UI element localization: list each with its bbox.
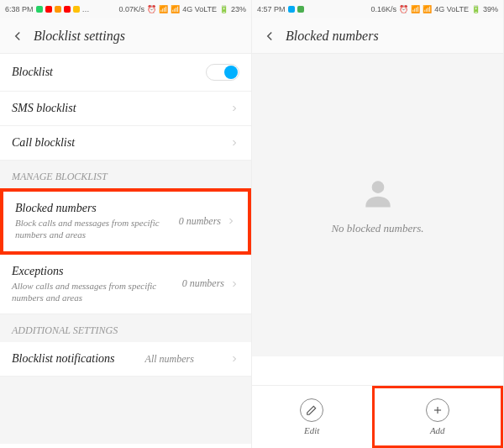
edit-button[interactable]: Edit [252,386,372,448]
person-icon [360,175,396,212]
blocked-numbers-sub: Block calls and messages from specific n… [15,217,179,241]
notifications-value: All numbers [145,353,194,366]
exceptions-row[interactable]: Exceptions Allow calls and messages from… [0,255,251,315]
screen-blocked-numbers: 4:57 PM 0.16K/s ⏰ 📶 📶 4G VoLTE 🔋 39% Blo… [252,0,504,448]
call-blocklist-label: Call blocklist [12,136,75,150]
exceptions-value: 0 numbers [182,277,224,290]
app-icon-2 [73,6,80,13]
exceptions-sub: Allow calls and messages from specific n… [12,280,182,304]
blocked-numbers-row[interactable]: Blocked numbers Block calls and messages… [0,188,251,255]
page-title: Blocklist settings [34,29,125,44]
status-network: 4G VoLTE [182,5,217,13]
status-bar: 4:57 PM 0.16K/s ⏰ 📶 📶 4G VoLTE 🔋 39% [252,0,503,18]
wifi-icon: 📶 [411,5,420,13]
back-icon[interactable] [262,29,277,44]
battery-icon: 🔋 [219,5,228,13]
alarm-icon: ⏰ [399,5,408,13]
chevron-right-icon [229,354,239,364]
blocklist-toggle[interactable] [206,64,239,81]
svg-point-0 [371,181,384,193]
page-title: Blocked numbers [286,29,379,44]
app-icon [288,6,295,13]
sms-blocklist-label: SMS blocklist [12,102,76,115]
edit-icon [300,398,323,422]
app-icon [55,6,61,13]
call-blocklist-row[interactable]: Call blocklist [0,126,251,161]
screen-blocklist-settings: 6:38 PM … 0.07K/s ⏰ 📶 📶 4G VoLTE 🔋 23% B… [0,0,252,448]
header: Blocked numbers [252,18,503,54]
notifications-title: Blocklist notifications [12,352,115,366]
youtube-icon [45,6,52,13]
signal-icon: 📶 [171,5,180,13]
status-network: 4G VoLTE [434,5,469,13]
section-additional-settings: ADDITIONAL SETTINGS [0,314,251,342]
blocklist-label: Blocklist [12,66,53,79]
exceptions-title: Exceptions [12,265,182,278]
edit-label: Edit [304,425,319,435]
spacer [0,377,251,444]
status-battery: 23% [231,5,246,13]
back-icon[interactable] [10,29,25,44]
youtube-icon-2 [64,6,71,13]
status-speed: 0.07K/s [119,5,145,13]
whatsapp-icon [36,6,43,13]
signal-icon: 📶 [423,5,432,13]
chevron-right-icon [229,279,239,289]
add-button[interactable]: Add [372,386,504,448]
blocklist-toggle-row[interactable]: Blocklist [0,54,251,92]
wifi-icon: 📶 [159,5,168,13]
plus-icon [426,398,449,422]
chevron-right-icon [229,138,239,148]
status-battery: 39% [483,5,498,13]
status-bar: 6:38 PM … 0.07K/s ⏰ 📶 📶 4G VoLTE 🔋 23% [0,0,251,18]
alarm-icon: ⏰ [147,5,156,13]
header: Blocklist settings [0,18,251,54]
empty-state: No blocked numbers. [252,54,503,356]
blocked-numbers-title: Blocked numbers [15,202,179,215]
chevron-right-icon [226,216,236,226]
app-icon-2 [297,6,304,13]
bottom-bar: Edit Add [252,385,503,448]
chevron-right-icon [229,103,239,113]
section-manage-blocklist: MANAGE BLOCKLIST [0,161,251,188]
blocklist-notifications-row[interactable]: Blocklist notifications All numbers [0,342,251,377]
status-time: 4:57 PM [257,5,286,13]
blocked-numbers-value: 0 numbers [179,215,221,228]
battery-icon: 🔋 [471,5,480,13]
more-icon: … [82,5,90,13]
sms-blocklist-row[interactable]: SMS blocklist [0,92,251,126]
status-speed: 0.16K/s [371,5,397,13]
status-time: 6:38 PM [5,5,34,13]
add-label: Add [430,425,445,435]
empty-message: No blocked numbers. [331,222,423,235]
